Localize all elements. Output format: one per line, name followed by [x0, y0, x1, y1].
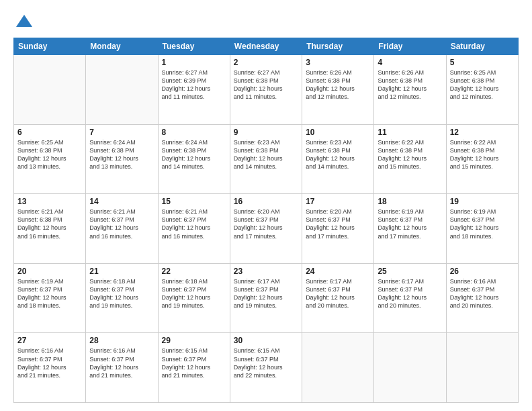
weekday-header-cell: Wednesday	[230, 38, 302, 55]
calendar-day-cell: 24Sunrise: 6:17 AM Sunset: 6:37 PM Dayli…	[302, 263, 374, 333]
calendar-day-cell: 14Sunrise: 6:21 AM Sunset: 6:37 PM Dayli…	[86, 194, 158, 264]
calendar-day-cell: 22Sunrise: 6:18 AM Sunset: 6:37 PM Dayli…	[158, 263, 230, 333]
calendar-day-cell: 11Sunrise: 6:22 AM Sunset: 6:38 PM Dayli…	[374, 124, 446, 194]
day-number: 3	[306, 58, 370, 67]
calendar-day-cell	[446, 333, 518, 403]
calendar-day-cell: 1Sunrise: 6:27 AM Sunset: 6:39 PM Daylig…	[158, 55, 230, 125]
calendar-week-row: 1Sunrise: 6:27 AM Sunset: 6:39 PM Daylig…	[14, 55, 519, 125]
day-detail: Sunrise: 6:20 AM Sunset: 6:37 PM Dayligh…	[306, 208, 370, 240]
calendar-day-cell: 19Sunrise: 6:19 AM Sunset: 6:37 PM Dayli…	[446, 194, 518, 264]
day-detail: Sunrise: 6:27 AM Sunset: 6:38 PM Dayligh…	[234, 68, 298, 101]
calendar-day-cell: 27Sunrise: 6:16 AM Sunset: 6:37 PM Dayli…	[14, 333, 86, 403]
logo	[13, 12, 34, 31]
calendar-day-cell: 17Sunrise: 6:20 AM Sunset: 6:37 PM Dayli…	[302, 194, 374, 264]
calendar-day-cell: 25Sunrise: 6:17 AM Sunset: 6:37 PM Dayli…	[374, 263, 446, 333]
calendar-body: 1Sunrise: 6:27 AM Sunset: 6:39 PM Daylig…	[14, 55, 519, 403]
calendar-day-cell: 21Sunrise: 6:18 AM Sunset: 6:37 PM Dayli…	[86, 263, 158, 333]
day-detail: Sunrise: 6:22 AM Sunset: 6:38 PM Dayligh…	[450, 138, 515, 171]
day-detail: Sunrise: 6:22 AM Sunset: 6:38 PM Dayligh…	[378, 138, 442, 171]
day-number: 8	[162, 128, 226, 137]
day-number: 17	[306, 197, 370, 206]
day-detail: Sunrise: 6:19 AM Sunset: 6:37 PM Dayligh…	[17, 277, 82, 310]
day-detail: Sunrise: 6:17 AM Sunset: 6:37 PM Dayligh…	[378, 277, 442, 310]
logo-icon	[15, 12, 34, 31]
day-number: 20	[17, 267, 82, 276]
day-number: 18	[378, 197, 442, 206]
calendar-day-cell: 26Sunrise: 6:16 AM Sunset: 6:37 PM Dayli…	[446, 263, 518, 333]
day-detail: Sunrise: 6:18 AM Sunset: 6:37 PM Dayligh…	[89, 277, 154, 310]
calendar-day-cell: 10Sunrise: 6:23 AM Sunset: 6:38 PM Dayli…	[302, 124, 374, 194]
day-number: 4	[378, 58, 442, 67]
day-number: 7	[89, 128, 154, 137]
day-detail: Sunrise: 6:17 AM Sunset: 6:37 PM Dayligh…	[234, 277, 298, 310]
day-number: 23	[234, 267, 298, 276]
day-number: 11	[378, 128, 442, 137]
calendar-day-cell: 5Sunrise: 6:25 AM Sunset: 6:38 PM Daylig…	[446, 55, 518, 125]
calendar-day-cell: 23Sunrise: 6:17 AM Sunset: 6:37 PM Dayli…	[230, 263, 302, 333]
weekday-header-cell: Monday	[86, 38, 158, 55]
day-number: 14	[89, 197, 154, 206]
calendar-week-row: 6Sunrise: 6:25 AM Sunset: 6:38 PM Daylig…	[14, 124, 519, 194]
day-detail: Sunrise: 6:15 AM Sunset: 6:37 PM Dayligh…	[234, 347, 298, 379]
weekday-header-cell: Tuesday	[158, 38, 230, 55]
day-number: 2	[234, 58, 298, 67]
day-number: 10	[306, 128, 370, 137]
calendar-day-cell	[302, 333, 374, 403]
calendar-day-cell	[14, 55, 86, 125]
weekday-header-cell: Saturday	[446, 38, 518, 55]
day-detail: Sunrise: 6:16 AM Sunset: 6:37 PM Dayligh…	[89, 347, 154, 379]
day-number: 30	[234, 336, 298, 345]
day-number: 22	[162, 267, 226, 276]
day-detail: Sunrise: 6:21 AM Sunset: 6:37 PM Dayligh…	[162, 208, 226, 240]
calendar-day-cell: 2Sunrise: 6:27 AM Sunset: 6:38 PM Daylig…	[230, 55, 302, 125]
calendar-day-cell: 12Sunrise: 6:22 AM Sunset: 6:38 PM Dayli…	[446, 124, 518, 194]
day-detail: Sunrise: 6:16 AM Sunset: 6:37 PM Dayligh…	[450, 277, 515, 310]
day-detail: Sunrise: 6:21 AM Sunset: 6:37 PM Dayligh…	[89, 208, 154, 240]
day-number: 21	[89, 267, 154, 276]
svg-marker-0	[16, 15, 32, 27]
calendar-day-cell: 7Sunrise: 6:24 AM Sunset: 6:38 PM Daylig…	[86, 124, 158, 194]
calendar-week-row: 13Sunrise: 6:21 AM Sunset: 6:38 PM Dayli…	[14, 194, 519, 264]
page: SundayMondayTuesdayWednesdayThursdayFrid…	[0, 0, 532, 411]
calendar-table: SundayMondayTuesdayWednesdayThursdayFrid…	[13, 38, 519, 403]
weekday-header-cell: Friday	[374, 38, 446, 55]
day-detail: Sunrise: 6:19 AM Sunset: 6:37 PM Dayligh…	[450, 208, 515, 240]
day-detail: Sunrise: 6:17 AM Sunset: 6:37 PM Dayligh…	[306, 277, 370, 310]
calendar-day-cell: 28Sunrise: 6:16 AM Sunset: 6:37 PM Dayli…	[86, 333, 158, 403]
calendar-day-cell	[86, 55, 158, 125]
day-detail: Sunrise: 6:24 AM Sunset: 6:38 PM Dayligh…	[162, 138, 226, 171]
day-detail: Sunrise: 6:27 AM Sunset: 6:39 PM Dayligh…	[162, 68, 226, 101]
calendar-day-cell: 30Sunrise: 6:15 AM Sunset: 6:37 PM Dayli…	[230, 333, 302, 403]
day-detail: Sunrise: 6:19 AM Sunset: 6:37 PM Dayligh…	[378, 208, 442, 240]
calendar-day-cell: 3Sunrise: 6:26 AM Sunset: 6:38 PM Daylig…	[302, 55, 374, 125]
day-detail: Sunrise: 6:21 AM Sunset: 6:38 PM Dayligh…	[17, 208, 82, 240]
day-detail: Sunrise: 6:18 AM Sunset: 6:37 PM Dayligh…	[162, 277, 226, 310]
calendar-day-cell: 18Sunrise: 6:19 AM Sunset: 6:37 PM Dayli…	[374, 194, 446, 264]
day-detail: Sunrise: 6:24 AM Sunset: 6:38 PM Dayligh…	[89, 138, 154, 171]
day-number: 13	[17, 197, 82, 206]
calendar-week-row: 20Sunrise: 6:19 AM Sunset: 6:37 PM Dayli…	[14, 263, 519, 333]
day-number: 19	[450, 197, 515, 206]
calendar-day-cell: 29Sunrise: 6:15 AM Sunset: 6:37 PM Dayli…	[158, 333, 230, 403]
weekday-header-cell: Sunday	[14, 38, 86, 55]
day-detail: Sunrise: 6:16 AM Sunset: 6:37 PM Dayligh…	[17, 347, 82, 379]
day-number: 9	[234, 128, 298, 137]
day-detail: Sunrise: 6:23 AM Sunset: 6:38 PM Dayligh…	[306, 138, 370, 171]
day-detail: Sunrise: 6:23 AM Sunset: 6:38 PM Dayligh…	[234, 138, 298, 171]
calendar-day-cell: 20Sunrise: 6:19 AM Sunset: 6:37 PM Dayli…	[14, 263, 86, 333]
calendar-day-cell: 15Sunrise: 6:21 AM Sunset: 6:37 PM Dayli…	[158, 194, 230, 264]
day-number: 29	[162, 336, 226, 345]
day-detail: Sunrise: 6:26 AM Sunset: 6:38 PM Dayligh…	[378, 68, 442, 101]
day-number: 5	[450, 58, 515, 67]
calendar-day-cell	[374, 333, 446, 403]
day-number: 12	[450, 128, 515, 137]
weekday-header-row: SundayMondayTuesdayWednesdayThursdayFrid…	[14, 38, 519, 55]
calendar-day-cell: 16Sunrise: 6:20 AM Sunset: 6:37 PM Dayli…	[230, 194, 302, 264]
day-number: 16	[234, 197, 298, 206]
weekday-header-cell: Thursday	[302, 38, 374, 55]
day-detail: Sunrise: 6:26 AM Sunset: 6:38 PM Dayligh…	[306, 68, 370, 101]
day-number: 26	[450, 267, 515, 276]
calendar-week-row: 27Sunrise: 6:16 AM Sunset: 6:37 PM Dayli…	[14, 333, 519, 403]
day-number: 27	[17, 336, 82, 345]
day-detail: Sunrise: 6:25 AM Sunset: 6:38 PM Dayligh…	[17, 138, 82, 171]
